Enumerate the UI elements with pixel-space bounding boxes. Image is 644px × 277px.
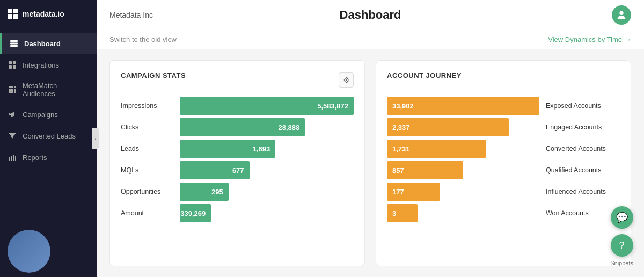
campaign-row-5: Amount $7,339,269 — [121, 204, 354, 222]
account-label-0: Exposed Accounts — [539, 102, 620, 110]
sidebar: metadata.io Dashboard I — [0, 0, 97, 277]
svg-rect-12 — [14, 89, 16, 91]
account-journey-title: ACCOUNT JOURNEY — [387, 71, 462, 79]
svg-rect-1 — [10, 43, 18, 45]
campaign-bar-4: 295 — [180, 183, 229, 201]
svg-rect-3 — [9, 61, 12, 64]
svg-rect-18 — [13, 155, 14, 161]
campaign-funnel: Impressions 5,583,872 Clicks 28,888 Lead… — [121, 97, 354, 222]
gear-button[interactable]: ⚙ — [339, 72, 354, 88]
account-bar-4: 177 — [387, 183, 440, 201]
account-bar-5: 3 — [387, 204, 418, 222]
account-label-4: Influenced Accounts — [539, 188, 620, 195]
page-title: Dashboard — [340, 8, 401, 22]
subbar: Switch to the old view View Dynamics by … — [97, 30, 644, 49]
account-row-0: 33,902 Exposed Accounts — [387, 97, 620, 115]
sidebar-collapse-handle[interactable]: ‹ — [92, 128, 99, 149]
sidebar-item-integrations[interactable]: Integrations — [0, 54, 97, 76]
account-row-4: 177 Influenced Accounts — [387, 183, 620, 201]
svg-rect-4 — [13, 61, 16, 64]
campaign-row-1: Clicks 28,888 — [121, 118, 354, 136]
account-row-2: 1,731 Converted Accounts — [387, 140, 620, 158]
account-label-5: Won Accounts — [539, 209, 620, 217]
snippets-label: Snippets — [610, 260, 633, 266]
layers-icon — [9, 39, 19, 48]
account-journey-card: ACCOUNT JOURNEY 33,902 Exposed Accounts … — [376, 60, 631, 266]
sidebar-item-converted-leads-label: Converted Leads — [23, 132, 76, 140]
campaign-label-1: Clicks — [121, 123, 180, 131]
campaign-bar-wrap-3: 677 — [180, 161, 354, 179]
sidebar-item-integrations-label: Integrations — [23, 61, 59, 69]
campaign-label-0: Impressions — [121, 102, 180, 110]
account-bar-3: 857 — [387, 161, 463, 179]
integrations-icon — [8, 60, 17, 70]
campaign-bar-5: $7,339,269 — [180, 204, 211, 222]
sidebar-logo: metadata.io — [0, 0, 97, 28]
campaign-bar-2: 1,693 — [180, 140, 275, 158]
account-bar-wrap-1: 2,337 — [387, 118, 539, 136]
account-label-3: Qualified Accounts — [539, 166, 620, 174]
svg-rect-14 — [11, 91, 13, 93]
svg-rect-13 — [9, 91, 11, 93]
svg-rect-8 — [11, 86, 13, 88]
main-content: Metadata Inc Dashboard Switch to the old… — [97, 0, 644, 277]
bar-icon — [8, 152, 17, 162]
filter-icon — [8, 131, 17, 141]
view-dynamics-label: View Dynamics by Time — [548, 35, 622, 43]
topbar: Metadata Inc Dashboard — [97, 0, 644, 30]
sidebar-item-converted-leads[interactable]: Converted Leads — [0, 125, 97, 147]
campaign-bar-wrap-4: 295 — [180, 183, 354, 201]
campaign-label-3: MQLs — [121, 166, 180, 174]
sidebar-nav: Dashboard Integrations — [0, 28, 97, 225]
campaign-bar-wrap-1: 28,888 — [180, 118, 354, 136]
view-dynamics-link[interactable]: View Dynamics by Time → — [548, 35, 631, 43]
svg-rect-17 — [11, 156, 12, 161]
sidebar-item-metamatch[interactable]: MetaMatch Audiences — [0, 76, 97, 104]
account-bar-0: 33,902 — [387, 97, 539, 115]
campaign-stats-card: CAMPAIGN STATS ⚙ Impressions 5,583,872 C… — [109, 60, 365, 266]
svg-point-20 — [619, 11, 623, 14]
sidebar-item-campaigns[interactable]: Campaigns — [0, 104, 97, 125]
sidebar-item-dashboard[interactable]: Dashboard — [0, 33, 97, 54]
campaign-bar-wrap-0: 5,583,872 — [180, 97, 354, 115]
campaign-bar-wrap-5: $7,339,269 — [180, 204, 354, 222]
help-fab[interactable]: ? — [611, 234, 633, 257]
svg-rect-2 — [10, 45, 18, 47]
user-avatar[interactable] — [612, 5, 631, 25]
sidebar-item-reports[interactable]: Reports — [0, 147, 97, 168]
switch-view-link[interactable]: Switch to the old view — [109, 35, 177, 43]
account-label-2: Converted Accounts — [539, 145, 620, 152]
company-name: Metadata Inc — [109, 11, 153, 19]
megaphone-icon — [8, 110, 17, 119]
svg-rect-16 — [9, 157, 10, 161]
account-label-1: Engaged Accounts — [539, 123, 620, 131]
sidebar-item-dashboard-label: Dashboard — [24, 40, 61, 48]
campaign-label-4: Opportunities — [121, 188, 180, 195]
account-bar-wrap-3: 857 — [387, 161, 539, 179]
arrow-icon: → — [624, 35, 631, 43]
campaign-row-3: MQLs 677 — [121, 161, 354, 179]
sidebar-item-reports-label: Reports — [23, 154, 47, 162]
svg-rect-0 — [10, 40, 18, 42]
fab-container: 💬 ? Snippets — [610, 206, 633, 266]
campaign-bar-1: 28,888 — [180, 118, 305, 136]
svg-rect-5 — [9, 65, 12, 69]
avatar — [8, 230, 50, 273]
account-row-5: 3 Won Accounts — [387, 204, 620, 222]
campaign-row-0: Impressions 5,583,872 — [121, 97, 354, 115]
campaign-label-2: Leads — [121, 145, 180, 152]
account-bar-2: 1,731 — [387, 140, 486, 158]
account-row-1: 2,337 Engaged Accounts — [387, 118, 620, 136]
chat-fab[interactable]: 💬 — [611, 206, 633, 229]
svg-rect-7 — [9, 86, 11, 88]
campaign-row-4: Opportunities 295 — [121, 183, 354, 201]
campaign-bar-wrap-2: 1,693 — [180, 140, 354, 158]
svg-rect-15 — [14, 91, 16, 93]
logo-icon — [8, 9, 18, 19]
account-funnel: 33,902 Exposed Accounts 2,337 Engaged Ac… — [387, 97, 620, 222]
logo-text: metadata.io — [23, 10, 64, 18]
svg-rect-19 — [15, 156, 16, 161]
svg-rect-9 — [14, 86, 16, 88]
campaign-row-2: Leads 1,693 — [121, 140, 354, 158]
avatar-image — [8, 230, 50, 273]
